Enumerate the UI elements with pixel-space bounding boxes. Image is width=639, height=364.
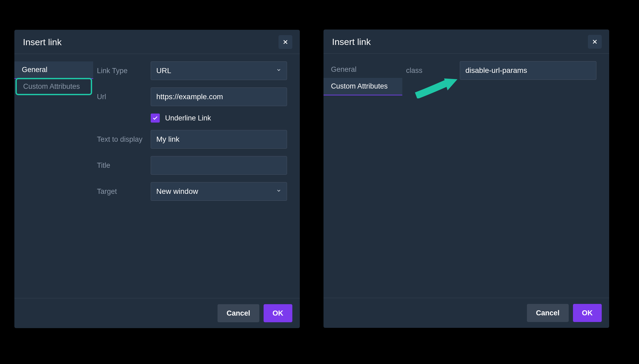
check-icon	[152, 115, 158, 121]
dialog-footer: Cancel OK	[323, 298, 609, 328]
underline-row: Underline Link	[97, 114, 287, 123]
dialog-footer: Cancel OK	[14, 298, 300, 328]
cancel-button[interactable]: Cancel	[218, 304, 259, 322]
dialog-title: Insert link	[23, 37, 62, 47]
target-row: Target New window	[97, 182, 287, 201]
text-display-row: Text to display	[97, 130, 287, 149]
form-panel: Link Type URL Url Underline Link	[93, 61, 300, 298]
class-row: class	[406, 61, 596, 80]
ok-button[interactable]: OK	[573, 304, 602, 322]
tab-general[interactable]: General	[14, 61, 93, 79]
annotation-highlight: Custom Attributes	[15, 78, 92, 95]
close-icon	[282, 39, 289, 45]
dialog-title: Insert link	[332, 37, 371, 47]
link-type-value: URL	[156, 66, 171, 75]
link-type-select[interactable]: URL	[151, 61, 287, 80]
insert-link-dialog-custom: Insert link General Custom Attributes cl…	[323, 30, 609, 328]
chevron-down-icon	[276, 188, 281, 195]
text-display-label: Text to display	[97, 135, 151, 144]
url-label: Url	[97, 93, 151, 101]
url-input[interactable]	[151, 87, 287, 106]
dialog-body: General Custom Attributes Link Type URL …	[14, 54, 300, 298]
link-type-label: Link Type	[97, 67, 151, 75]
form-panel: class	[402, 61, 609, 298]
close-button[interactable]	[278, 35, 292, 49]
target-value: New window	[156, 187, 198, 196]
dialog-header: Insert link	[323, 30, 609, 54]
class-input[interactable]	[460, 61, 596, 80]
tab-list: General Custom Attributes	[14, 61, 93, 298]
tab-custom-attributes[interactable]: Custom Attributes	[17, 79, 91, 94]
ok-button[interactable]: OK	[264, 304, 293, 322]
close-button[interactable]	[588, 35, 602, 49]
chevron-down-icon	[276, 67, 281, 74]
link-type-row: Link Type URL	[97, 61, 287, 80]
text-display-input[interactable]	[151, 130, 287, 149]
title-label: Title	[97, 161, 151, 170]
target-label: Target	[97, 187, 151, 196]
tab-general[interactable]: General	[323, 61, 402, 78]
tab-custom-attributes[interactable]: Custom Attributes	[323, 78, 402, 95]
target-select[interactable]: New window	[151, 182, 287, 201]
title-row: Title	[97, 156, 287, 175]
dialog-body: General Custom Attributes class	[323, 54, 609, 298]
cancel-button[interactable]: Cancel	[527, 304, 569, 322]
tab-list: General Custom Attributes	[323, 61, 402, 298]
title-input[interactable]	[151, 156, 287, 175]
underline-label: Underline Link	[165, 114, 211, 122]
close-icon	[591, 38, 598, 45]
url-row: Url	[97, 87, 287, 106]
dialog-header: Insert link	[14, 30, 300, 54]
class-label: class	[406, 66, 460, 75]
underline-checkbox[interactable]	[151, 114, 160, 123]
insert-link-dialog-general: Insert link General Custom Attributes Li…	[14, 30, 300, 328]
